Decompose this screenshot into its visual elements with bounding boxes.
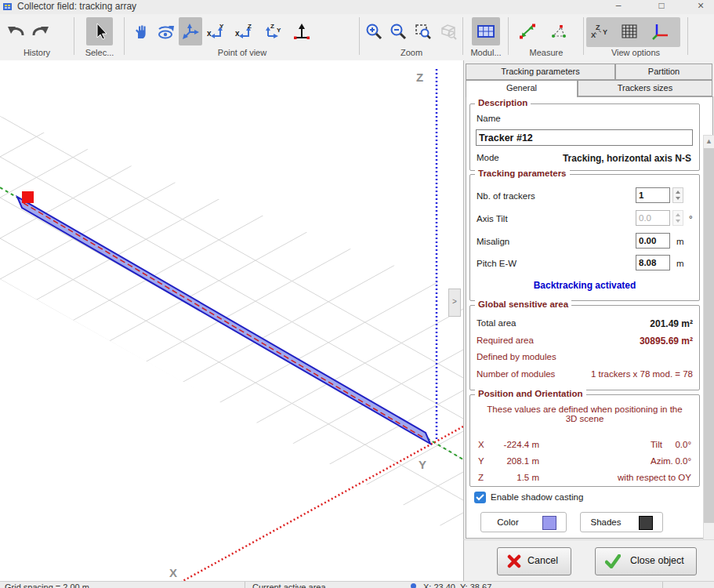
- svg-text:Z: Z: [248, 23, 252, 30]
- name-input[interactable]: [476, 129, 693, 146]
- nb-trackers-input[interactable]: [636, 187, 670, 203]
- scroll-up-arrow[interactable]: ▲: [704, 136, 714, 147]
- select-cursor-icon: [90, 22, 109, 41]
- shadow-casting-checkbox[interactable]: [474, 492, 486, 503]
- move-view-button[interactable]: [179, 17, 202, 45]
- axis-tilt-spinner[interactable]: [672, 210, 683, 226]
- undo-button[interactable]: [5, 17, 28, 45]
- pan-button[interactable]: [129, 17, 152, 45]
- toolbar-group-select: Selec...: [77, 16, 122, 59]
- svg-text:Y: Y: [277, 27, 281, 34]
- z-axis-label: Z: [416, 71, 423, 84]
- toolbar-group-history: History: [3, 16, 71, 59]
- app-icon: [3, 2, 13, 14]
- panel-scrollbar[interactable]: ▲ ▼: [703, 135, 714, 552]
- x-axis-label: X: [169, 566, 177, 579]
- axis-tilt-input[interactable]: [636, 210, 670, 226]
- redo-icon: [30, 22, 50, 41]
- status-coords: X: 23.40, Y: 38.67: [423, 583, 491, 588]
- position-x-value: -224.4 m: [491, 440, 539, 449]
- shades-button[interactable]: Shades: [580, 512, 663, 532]
- measure-distance-button[interactable]: [516, 17, 539, 45]
- status-grid: Grid spacing = 2.00 m: [5, 583, 89, 588]
- misalign-input[interactable]: [636, 233, 670, 249]
- global-area-groupbox: Global sensitive area Total area 201.49 …: [469, 305, 700, 390]
- shadow-casting-label: Enable shadow casting: [491, 492, 583, 502]
- footer: Cancel Close object: [463, 539, 714, 581]
- zyx-labels-icon: ZYX: [589, 22, 610, 41]
- tab-tracking-parameters[interactable]: Tracking parameters: [466, 64, 615, 80]
- status-cursor-icon: [411, 583, 416, 588]
- svg-text:Y: Y: [603, 28, 607, 36]
- close-button[interactable]: ×: [687, 0, 714, 13]
- status-area: Current active area: [252, 583, 326, 588]
- color-swatch: [542, 516, 556, 530]
- zoom-3d-button[interactable]: [437, 17, 460, 45]
- pitch-unit: m: [676, 259, 684, 268]
- y-axis-label: Y: [419, 458, 426, 471]
- zoom-out-button[interactable]: [386, 17, 410, 45]
- window-title: Collector field: tracking array: [17, 1, 136, 12]
- close-object-button[interactable]: Close object: [595, 547, 697, 575]
- scrollbar-thumb[interactable]: [704, 148, 714, 523]
- elevation-view-button[interactable]: [290, 17, 314, 45]
- axes-toggle-button[interactable]: [649, 17, 672, 45]
- svg-text:x: x: [235, 29, 240, 38]
- grid-toggle-button[interactable]: [618, 17, 641, 45]
- modules-button[interactable]: [472, 17, 500, 45]
- axes-labels-toggle-button[interactable]: ZYX: [588, 17, 611, 45]
- total-area-value: 201.49 m²: [591, 318, 693, 329]
- misalign-unit: m: [676, 237, 684, 246]
- view-xy-button[interactable]: xY: [204, 17, 227, 45]
- select-button[interactable]: [86, 17, 113, 45]
- title-bar: Collector field: tracking array – □ ×: [0, 0, 714, 14]
- number-of-modules-label: Number of modules: [477, 369, 555, 379]
- tilt-value: 0.0°: [660, 440, 691, 449]
- x-axis-line: [179, 426, 463, 581]
- mode-label: Mode: [477, 153, 499, 162]
- svg-text:Z: Z: [596, 24, 600, 31]
- reference-label: with respect to OY: [582, 473, 691, 482]
- redo-button[interactable]: [28, 17, 52, 45]
- minimize-button[interactable]: –: [605, 0, 632, 13]
- status-bar: Grid spacing = 2.00 m Current active are…: [0, 581, 714, 588]
- description-groupbox: Description Name Mode Tracking, horizont…: [469, 103, 700, 171]
- grid-icon: [620, 22, 639, 41]
- total-area-label: Total area: [477, 318, 516, 328]
- view-zy-button[interactable]: ZY: [260, 17, 284, 45]
- panel-collapse-button[interactable]: >: [448, 289, 461, 317]
- zoom-window-button[interactable]: [411, 17, 435, 45]
- number-of-modules-value: 1 trackers x 78 mod. = 78: [560, 369, 693, 379]
- view-xz-button[interactable]: xZ: [232, 17, 256, 45]
- axis-tilt-label: Axis Tilt: [477, 214, 508, 223]
- mode-value: Tracking, horizontal axis N-S: [517, 153, 691, 164]
- cancel-x-icon: [507, 554, 521, 568]
- measure-distance-icon: [518, 22, 537, 41]
- xy-axes-icon: xY: [205, 22, 226, 41]
- toolbar-group-measure: Measure: [511, 16, 582, 59]
- position-z-value: 1.5 m: [491, 473, 539, 482]
- orbit-view-button[interactable]: [154, 17, 177, 45]
- xz-axes-icon: xZ: [234, 22, 254, 41]
- cancel-button[interactable]: Cancel: [497, 547, 571, 575]
- orbit-eye-icon: [156, 22, 175, 41]
- svg-text:Y: Y: [219, 23, 224, 30]
- color-button[interactable]: Color: [480, 512, 567, 532]
- position-note: These values are defined when positionin…: [483, 405, 687, 423]
- tab-trackers-sizes[interactable]: Trackers sizes: [578, 80, 712, 96]
- pitch-label: Pitch E-W: [477, 259, 516, 268]
- zoom-in-icon: [364, 22, 383, 41]
- nb-trackers-spinner[interactable]: [672, 187, 683, 203]
- tab-general[interactable]: General: [466, 80, 578, 97]
- measure-angle-button[interactable]: [547, 17, 571, 45]
- tab-partition[interactable]: Partition: [615, 64, 712, 80]
- tracker-handle[interactable]: [22, 191, 34, 203]
- required-area-value: 30895.69 m²: [583, 336, 693, 347]
- tracking-parameters-groupbox: Tracking parameters Nb. of trackers Axis…: [469, 174, 700, 301]
- pitch-input[interactable]: [636, 255, 670, 270]
- modules-grid-icon: [476, 22, 496, 41]
- zoom-in-button[interactable]: [362, 17, 386, 45]
- 3d-viewport[interactable]: Z Y X: [0, 60, 463, 581]
- maximize-button[interactable]: □: [648, 0, 675, 13]
- toolbar-group-modules: Modul...: [466, 16, 506, 59]
